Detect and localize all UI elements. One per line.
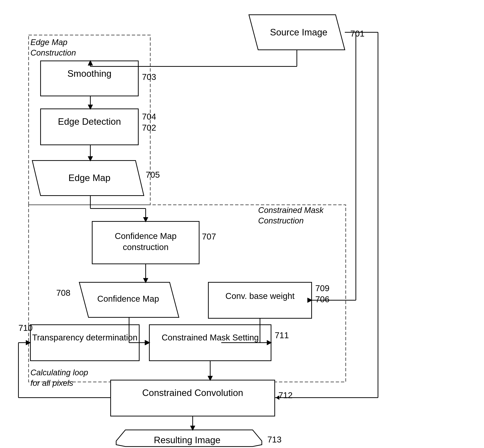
ref-705: 705 [146, 170, 160, 180]
edge-map-construction-label: Edge MapConstruction [31, 37, 76, 58]
ref-708: 708 [56, 288, 70, 298]
ref-702: 702 [142, 123, 156, 133]
edge-map-text: Edge Map [40, 173, 138, 183]
diagram: Source Image 701 Edge MapConstruction Sm… [0, 0, 484, 448]
source-image-label: Source Image [264, 27, 334, 38]
ref-712: 712 [278, 390, 293, 400]
ref-703: 703 [142, 72, 156, 82]
ref-704: 704 [142, 112, 156, 122]
ref-710: 710 [18, 323, 33, 333]
constrained-convolution-text: Constrained Convolution [111, 387, 275, 398]
constrained-mask-setting-text: Constrained Mask Setting [149, 332, 271, 343]
constrained-mask-construction-label: Constrained MaskConstruction [258, 205, 324, 226]
ref-701: 701 [350, 29, 365, 39]
ref-706: 706 [315, 294, 329, 304]
confidence-map-construction-text: Confidence Map construction [92, 231, 199, 253]
transparency-det-text: Transparency determination [31, 332, 139, 343]
resulting-image-text: Resulting Image [135, 434, 240, 446]
conv-base-weight-text: Conv. base weight [208, 291, 312, 302]
ref-707: 707 [202, 232, 216, 241]
calculating-loop-label: Calculating loopfor all pixels [31, 367, 88, 388]
smoothing-text: Smoothing [40, 68, 138, 79]
edge-detection-text: Edge Detection [40, 116, 138, 127]
ref-713: 713 [267, 434, 281, 445]
confidence-map-text: Confidence Map [84, 293, 172, 304]
ref-709: 709 [315, 283, 329, 293]
ref-711: 711 [275, 330, 289, 340]
